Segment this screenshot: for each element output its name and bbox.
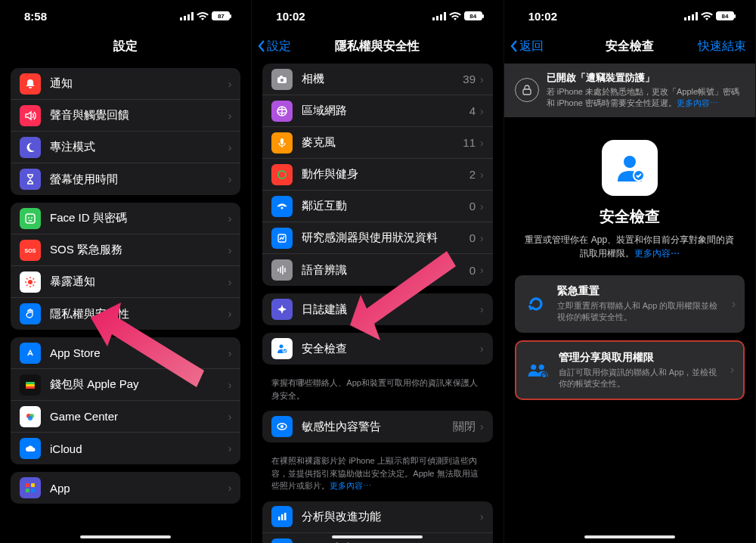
settings-row[interactable]: iCloud› (11, 433, 240, 464)
row-value: 11 (463, 136, 476, 149)
settings-row[interactable]: App› (11, 472, 240, 504)
status-indicators: 84 (684, 11, 734, 20)
settings-row[interactable]: Face ID 與密碼› (11, 203, 240, 234)
row-label: 動作與健身 (302, 167, 469, 182)
svg-point-64 (541, 373, 547, 378)
back-button[interactable]: 設定 (258, 39, 291, 54)
chevron-right-icon: › (480, 420, 484, 433)
gamecenter-icon (20, 406, 41, 427)
settings-row[interactable]: 鄰近互動0› (262, 191, 492, 222)
screen-safety-check: 10:02 84 返回 安全檢查 快速結束 已開啟「遭竊裝置防護」 若 iPho… (504, 0, 756, 543)
activity-icon (271, 164, 293, 185)
svg-rect-24 (31, 483, 35, 487)
megaphone-icon (271, 538, 293, 544)
settings-row[interactable]: 聲音與觸覺回饋› (11, 100, 240, 132)
svg-rect-53 (284, 513, 287, 520)
row-label: 麥克風 (302, 135, 463, 150)
settings-row[interactable]: 暴露通知› (11, 266, 240, 298)
chevron-right-icon: › (228, 411, 232, 423)
settings-row[interactable]: Game Center› (11, 401, 240, 433)
people-icon (525, 358, 550, 382)
settings-row[interactable]: 區域網路4› (262, 95, 492, 127)
svg-rect-59 (523, 89, 531, 95)
chevron-right-icon: › (480, 169, 484, 181)
row-label: SOS 緊急服務 (50, 243, 228, 257)
hero-subtitle: 重置或管理你在 App、裝置和你目前分享對象間的資訊取用權限。更多內容⋯ (524, 233, 736, 260)
settings-row[interactable]: App Store› (11, 337, 240, 369)
action-subtitle: 自訂可取用你資訊的聯絡人和 App，並檢視你的帳號安全性。 (559, 367, 721, 390)
row-label: 語音辨識 (302, 263, 469, 278)
svg-point-40 (280, 172, 284, 177)
action-title: 管理分享與取用權限 (559, 351, 721, 365)
quick-exit-button[interactable]: 快速結束 (698, 39, 746, 54)
settings-row[interactable]: 專注模式› (11, 132, 240, 163)
row-value: 關閉 (453, 420, 476, 434)
bell-icon (20, 73, 41, 95)
svg-point-50 (280, 425, 284, 428)
faceid-icon (20, 208, 41, 229)
banner-more-link[interactable]: 更多內容⋯ (677, 98, 718, 107)
waveform-icon (271, 259, 293, 281)
settings-row[interactable]: 通知› (11, 68, 240, 100)
lock-icon (515, 78, 539, 102)
footer-link[interactable]: 更多內容⋯ (330, 481, 371, 490)
svg-rect-29 (436, 16, 438, 20)
hero-more-link[interactable]: 更多內容⋯ (634, 248, 680, 259)
settings-row[interactable]: 日誌建議› (262, 293, 492, 325)
svg-line-15 (26, 284, 28, 286)
svg-line-13 (26, 278, 28, 280)
settings-row[interactable]: 安全檢查› (262, 333, 492, 365)
mic-icon (271, 132, 293, 154)
settings-row[interactable]: 分析與改進功能› (262, 501, 492, 533)
hand-icon (20, 303, 41, 324)
chevron-right-icon: › (228, 442, 232, 455)
settings-row[interactable]: 研究感測器與使用狀況資料0› (262, 222, 492, 254)
row-label: 錢包與 Apple Pay (50, 377, 228, 392)
chevron-right-icon: › (228, 213, 232, 225)
row-label: 相機 (302, 72, 463, 86)
settings-row[interactable]: 相機39› (262, 64, 492, 95)
chevron-right-icon: › (480, 137, 484, 149)
back-button[interactable]: 返回 (510, 39, 544, 54)
chevron-right-icon: › (228, 141, 232, 154)
settings-group: 相機39›區域網路4›麥克風11›動作與健身2›鄰近互動0›研究感測器與使用狀況… (262, 64, 492, 286)
settings-row[interactable]: 隱私權與安全性› (11, 298, 240, 330)
row-label: 暴露通知 (50, 275, 228, 289)
row-value: 0 (469, 200, 476, 213)
sos-icon: SOS (20, 240, 41, 261)
screen-privacy: 10:02 84 設定 隱私權與安全性 相機39›區域網路4›麥克風11›動作與… (252, 0, 503, 543)
settings-group: App Store›錢包與 Apple Pay›Game Center›iClo… (11, 337, 240, 464)
reset-icon (524, 292, 548, 316)
chevron-right-icon: › (228, 244, 232, 256)
settings-row[interactable]: 敏感性內容警告關閉› (262, 411, 492, 442)
svg-rect-34 (280, 76, 283, 78)
settings-row[interactable]: 螢幕使用時間› (11, 163, 240, 195)
settings-row[interactable]: SOSSOS 緊急服務› (11, 234, 240, 266)
settings-row[interactable]: 動作與健身2› (262, 159, 492, 191)
settings-row[interactable]: 麥克風11› (262, 127, 492, 159)
row-label: iCloud (50, 442, 228, 455)
moon-icon (20, 137, 41, 158)
hero-title: 安全檢查 (524, 206, 736, 227)
chevron-right-icon: › (480, 200, 484, 213)
settings-row[interactable]: 語音辨識0› (262, 254, 492, 286)
action-reset[interactable]: 緊急重置立即重置所有聯絡人和 App 的取用權限並檢視你的帳號安全性。› (515, 275, 745, 333)
wifi-icon (197, 12, 209, 20)
row-label: 安全檢查 (302, 342, 480, 356)
status-time: 10:02 (276, 10, 305, 23)
status-indicators: 87 (180, 11, 230, 20)
action-title: 緊急重置 (557, 284, 723, 298)
chevron-right-icon: › (480, 264, 484, 276)
home-indicator (584, 535, 675, 538)
svg-rect-31 (444, 12, 446, 20)
appstore-icon (20, 343, 41, 364)
svg-rect-0 (180, 17, 182, 20)
home-indicator (332, 535, 423, 538)
svg-rect-57 (692, 14, 694, 20)
action-people[interactable]: 管理分享與取用權限自訂可取用你資訊的聯絡人和 App，並檢視你的帳號安全性。› (515, 340, 745, 401)
battery-icon: 84 (464, 11, 482, 20)
row-label: 區域網路 (302, 104, 469, 118)
battery-icon: 87 (212, 11, 230, 20)
settings-row[interactable]: 錢包與 Apple Pay› (11, 369, 240, 401)
network-icon (271, 101, 293, 122)
